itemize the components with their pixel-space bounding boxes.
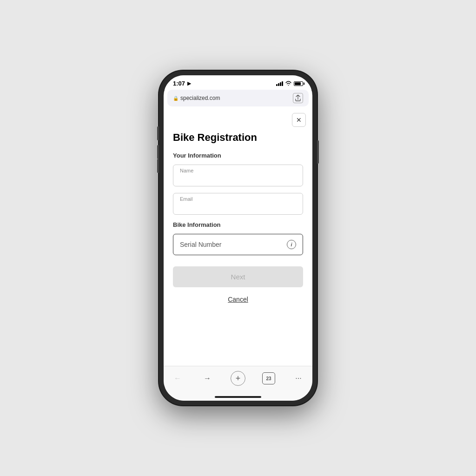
info-letter: i [291, 242, 292, 247]
signal-icon [276, 81, 283, 86]
back-icon: ← [174, 374, 181, 383]
cancel-button[interactable]: Cancel [173, 294, 303, 305]
more-icon: ··· [295, 374, 301, 383]
email-field-label: Email [180, 196, 193, 202]
tabs-count: 23 [266, 376, 271, 381]
lock-icon: 🔒 [173, 96, 178, 101]
serial-number-placeholder: Serial Number [180, 241, 221, 248]
status-icons [276, 81, 303, 86]
serial-info-icon[interactable]: i [287, 240, 296, 249]
serial-number-field[interactable]: Serial Number i [173, 234, 303, 255]
forward-button[interactable]: → [201, 372, 214, 385]
browser-navigation: ← → + 23 ··· [164, 366, 312, 394]
browser-url: 🔒 specialized.com [173, 95, 220, 101]
more-button[interactable]: ··· [292, 372, 305, 385]
close-button[interactable]: ✕ [292, 113, 306, 127]
phone-screen: 1:07 ▶ [164, 75, 312, 401]
form-container: Bike Registration Your Information Name … [164, 108, 312, 314]
email-field-wrapper: Email [173, 193, 303, 215]
bike-info-section-label: Bike Information [173, 221, 303, 228]
status-time: 1:07 [173, 80, 185, 87]
name-input[interactable] [180, 171, 296, 182]
page-title: Bike Registration [173, 132, 303, 144]
share-button[interactable] [293, 93, 303, 103]
name-field-wrapper: Name [173, 165, 303, 186]
page-content: ✕ Bike Registration Your Information Nam… [164, 108, 312, 366]
browser-bar[interactable]: 🔒 specialized.com [167, 90, 309, 106]
status-bar: 1:07 ▶ [164, 75, 312, 90]
name-field-container[interactable]: Name [173, 165, 303, 186]
wifi-icon [285, 81, 291, 86]
home-indicator [164, 394, 312, 401]
your-info-section-label: Your Information [173, 152, 303, 159]
phone-frame: 1:07 ▶ [159, 71, 317, 405]
email-field-container[interactable]: Email [173, 193, 303, 215]
tabs-button[interactable]: 23 [262, 372, 275, 384]
battery-icon [294, 81, 303, 86]
next-button[interactable]: Next [173, 266, 303, 287]
plus-icon: + [236, 374, 241, 383]
url-text: specialized.com [180, 95, 220, 101]
home-bar [215, 396, 261, 398]
back-button[interactable]: ← [171, 372, 184, 385]
close-icon: ✕ [296, 116, 302, 124]
name-field-label: Name [180, 168, 193, 173]
email-input[interactable] [180, 199, 296, 210]
new-tab-button[interactable]: + [231, 371, 245, 386]
location-icon: ▶ [187, 80, 191, 86]
forward-icon: → [204, 374, 211, 383]
